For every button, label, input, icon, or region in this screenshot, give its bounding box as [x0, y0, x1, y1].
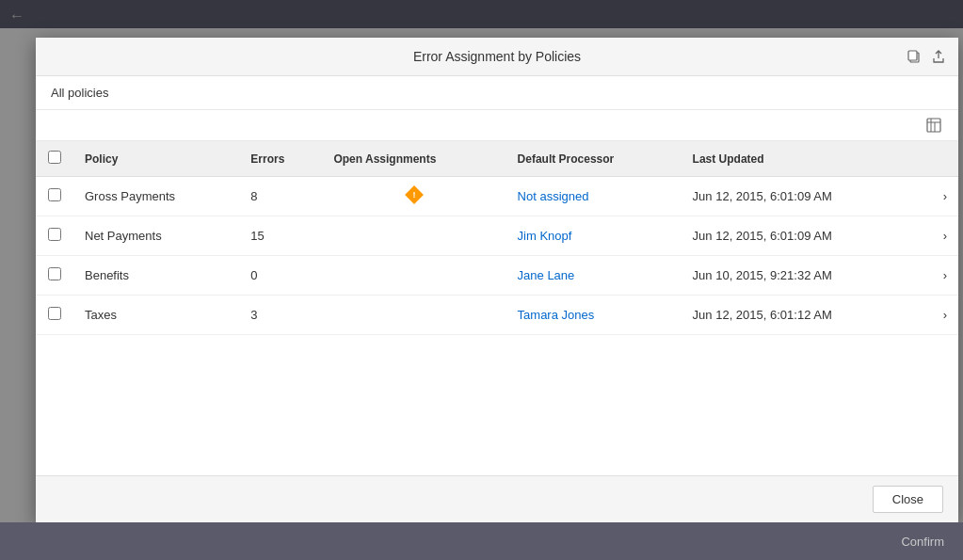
table-header-row: Policy Errors Open Assignments Default P…: [36, 141, 958, 177]
table-row[interactable]: Benefits 0 Jane Lane Jun 10, 2015, 9:21:…: [36, 256, 958, 296]
row-checkbox-cell: [36, 177, 73, 216]
last-updated: Jun 12, 2015, 6:01:12 AM: [682, 296, 920, 335]
modal-footer: Close: [36, 475, 958, 522]
last-updated: Jun 10, 2015, 9:21:32 AM: [682, 256, 920, 296]
filter-bar: All policies: [36, 76, 958, 110]
error-count: 0: [239, 256, 322, 296]
row-checkbox[interactable]: [48, 307, 61, 320]
close-button[interactable]: Close: [873, 486, 943, 513]
row-checkbox-cell: [36, 296, 73, 335]
col-open-assignments: Open Assignments: [322, 141, 506, 177]
processor-link[interactable]: Not assigned: [518, 189, 589, 203]
processor-link[interactable]: Tamara Jones: [518, 308, 595, 322]
last-updated: Jun 12, 2015, 6:01:09 AM: [682, 177, 920, 216]
processor-link[interactable]: Jim Knopf: [518, 229, 572, 243]
col-errors: Errors: [239, 141, 322, 177]
modal-dialog: Error Assignment by Policies All policie…: [36, 38, 958, 522]
modal-header-icons: [906, 48, 947, 65]
processor-link[interactable]: Jane Lane: [518, 268, 575, 282]
open-assignments: [322, 216, 506, 256]
select-all-checkbox[interactable]: [48, 151, 61, 164]
modal-header: Error Assignment by Policies: [36, 38, 958, 76]
row-chevron[interactable]: ›: [919, 177, 958, 216]
policy-name: Gross Payments: [73, 177, 239, 216]
row-checkbox[interactable]: [48, 188, 61, 201]
warning-icon: [405, 185, 424, 204]
row-checkbox-cell: [36, 256, 73, 296]
open-assignments: [322, 177, 506, 216]
row-chevron[interactable]: ›: [919, 256, 958, 296]
processor-cell: Not assigned: [506, 177, 682, 216]
open-assignments: [322, 296, 506, 335]
error-count: 15: [239, 216, 322, 256]
confirm-button[interactable]: Confirm: [901, 535, 944, 549]
error-count: 3: [239, 296, 322, 335]
modal-title: Error Assignment by Policies: [413, 49, 581, 64]
processor-cell: Jane Lane: [506, 256, 682, 296]
export-icon[interactable]: [930, 48, 947, 65]
table-row[interactable]: Taxes 3 Tamara Jones Jun 12, 2015, 6:01:…: [36, 296, 958, 335]
col-last-updated: Last Updated: [682, 141, 920, 177]
row-checkbox[interactable]: [48, 228, 61, 241]
last-updated: Jun 12, 2015, 6:01:09 AM: [682, 216, 920, 256]
table-row[interactable]: Net Payments 15 Jim Knopf Jun 12, 2015, …: [36, 216, 958, 256]
col-policy: Policy: [73, 141, 239, 177]
col-action: [919, 141, 958, 177]
toolbar-right: [36, 110, 958, 141]
modal-body: Policy Errors Open Assignments Default P…: [36, 141, 958, 475]
open-assignments: [322, 256, 506, 296]
bottom-bar: Confirm: [0, 522, 963, 560]
policy-name: Benefits: [73, 256, 239, 296]
row-checkbox[interactable]: [48, 267, 61, 280]
table-row[interactable]: Gross Payments 8 Not assigned Jun 12, 20…: [36, 177, 958, 216]
filter-label: All policies: [51, 86, 108, 100]
svg-rect-2: [927, 119, 940, 132]
copy-icon[interactable]: [906, 48, 923, 65]
svg-rect-1: [908, 51, 917, 60]
row-chevron[interactable]: ›: [919, 296, 958, 335]
processor-cell: Jim Knopf: [506, 216, 682, 256]
row-checkbox-cell: [36, 216, 73, 256]
col-default-processor: Default Processor: [506, 141, 682, 177]
policy-name: Taxes: [73, 296, 239, 335]
error-count: 8: [239, 177, 322, 216]
policy-name: Net Payments: [73, 216, 239, 256]
processor-cell: Tamara Jones: [506, 296, 682, 335]
policy-table: Policy Errors Open Assignments Default P…: [36, 141, 958, 335]
row-chevron[interactable]: ›: [919, 216, 958, 256]
col-checkbox: [36, 141, 73, 177]
settings-icon[interactable]: [924, 116, 943, 135]
